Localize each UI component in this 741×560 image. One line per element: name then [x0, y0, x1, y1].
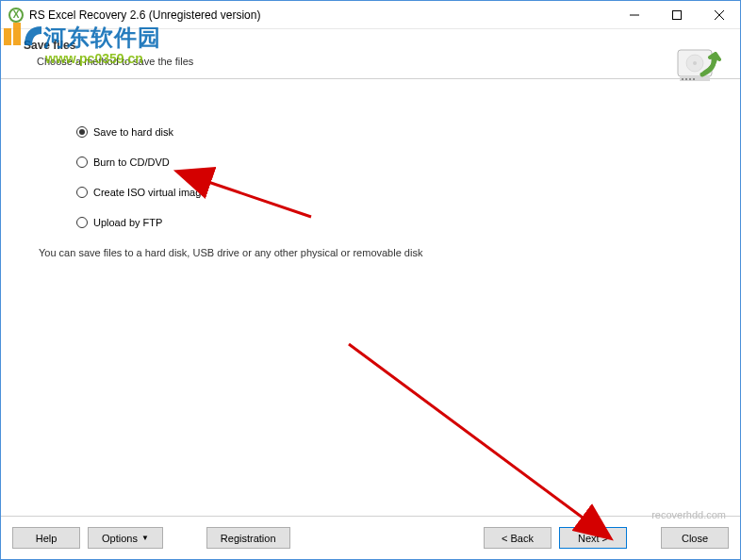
svg-rect-1: [672, 10, 681, 19]
help-button[interactable]: Help: [12, 527, 80, 549]
save-method-radios: Save to hard disk Burn to CD/DVD Create …: [76, 126, 702, 228]
radio-label: Save to hard disk: [93, 126, 173, 138]
svg-point-6: [693, 61, 697, 65]
app-icon: X: [8, 8, 24, 23]
app-window: X RS Excel Recovery 2.6 (Unregistered ve…: [0, 0, 741, 560]
options-label: Options: [102, 533, 138, 544]
minimize-button[interactable]: [613, 1, 655, 28]
close-button[interactable]: Close: [661, 527, 729, 549]
radio-cd-dvd[interactable]: Burn to CD/DVD: [76, 156, 702, 168]
maximize-button[interactable]: [655, 1, 698, 28]
window-title: RS Excel Recovery 2.6 (Unregistered vers…: [29, 8, 613, 22]
hint-text: You can save files to a hard disk, USB d…: [39, 247, 702, 258]
chevron-down-icon: ▼: [141, 534, 149, 542]
radio-icon: [76, 126, 88, 138]
registration-button[interactable]: Registration: [206, 527, 290, 549]
radio-icon: [76, 217, 88, 228]
radio-ftp[interactable]: Upload by FTP: [76, 217, 702, 228]
options-button[interactable]: Options ▼: [88, 527, 163, 549]
radio-label: Upload by FTP: [93, 217, 162, 228]
radio-label: Create ISO virtual image: [93, 187, 206, 198]
radio-icon: [76, 187, 88, 198]
back-button[interactable]: < Back: [484, 527, 552, 549]
window-controls: [613, 1, 740, 28]
titlebar: X RS Excel Recovery 2.6 (Unregistered ve…: [1, 1, 740, 29]
close-icon: [715, 10, 724, 20]
wizard-header: Save files Choose a method to save the f…: [1, 29, 740, 79]
radio-hard-disk[interactable]: Save to hard disk: [76, 126, 702, 138]
footer-link: recoverhdd.com: [651, 509, 726, 520]
radio-iso[interactable]: Create ISO virtual image: [76, 187, 702, 198]
minimize-icon: [630, 10, 639, 20]
wizard-content: Save to hard disk Burn to CD/DVD Create …: [1, 79, 740, 516]
next-button[interactable]: Next >: [559, 527, 627, 549]
close-window-button[interactable]: [698, 1, 740, 28]
wizard-footer: Help Options ▼ Registration < Back Next …: [1, 516, 740, 559]
page-subtitle: Choose a method to save the files: [37, 56, 717, 67]
maximize-icon: [672, 10, 682, 20]
radio-icon: [76, 156, 88, 168]
page-title: Save files: [24, 39, 717, 52]
radio-label: Burn to CD/DVD: [93, 156, 170, 168]
